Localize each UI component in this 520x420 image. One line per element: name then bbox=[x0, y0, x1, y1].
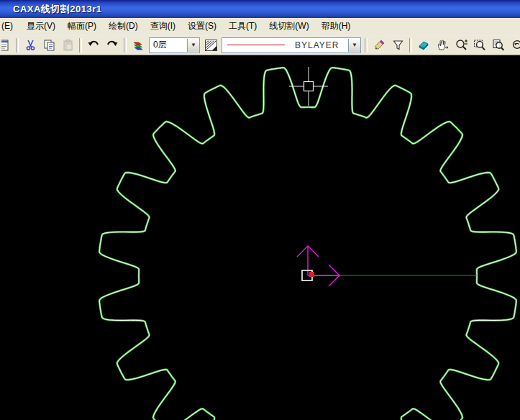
menu-item-edit-partial[interactable]: (E) bbox=[0, 19, 17, 32]
toolbar-separator bbox=[365, 38, 368, 52]
print-preview-button[interactable] bbox=[1, 37, 13, 54]
menu-item-wirecut[interactable]: 线切割(W) bbox=[265, 19, 313, 34]
scissors-icon bbox=[24, 39, 37, 51]
linetype-button[interactable] bbox=[202, 37, 219, 54]
dynamic-erase-button[interactable] bbox=[415, 37, 432, 54]
zoom-previous-button[interactable] bbox=[508, 37, 520, 54]
cut-button[interactable] bbox=[22, 37, 39, 54]
toolbar-separator bbox=[16, 38, 19, 52]
main-toolbar: 0层 ▼ BYLAYER ▼ bbox=[0, 35, 520, 55]
zoom-window-icon bbox=[473, 39, 486, 52]
erase-button[interactable] bbox=[370, 37, 388, 54]
app-window: CAXA线切割2013r1 (E) 显示(V) 幅面(P) 绘制(D) 查询(I… bbox=[0, 0, 520, 420]
redo-button[interactable] bbox=[104, 37, 121, 54]
origin-point-marker bbox=[309, 272, 314, 277]
toolbar-separator bbox=[409, 38, 412, 52]
gear-outline[interactable] bbox=[99, 68, 516, 420]
zoom-all-button[interactable] bbox=[490, 37, 507, 54]
menu-item-help[interactable]: 帮助(H) bbox=[317, 19, 355, 34]
pick-filter-button[interactable] bbox=[389, 37, 406, 54]
toolbar-separator bbox=[79, 38, 82, 52]
window-title: CAXA线切割2013r1 bbox=[0, 3, 102, 16]
linetype-icon bbox=[204, 39, 218, 52]
funnel-icon bbox=[392, 39, 404, 51]
pan-hand-icon bbox=[436, 39, 449, 51]
copy-icon bbox=[43, 39, 55, 51]
redo-icon bbox=[106, 40, 119, 51]
menu-item-paper[interactable]: 幅面(P) bbox=[63, 19, 101, 34]
layer-combobox-value: 0层 bbox=[150, 39, 187, 51]
dynamic-pan-button[interactable] bbox=[434, 37, 451, 54]
layers-button[interactable] bbox=[129, 37, 147, 54]
chevron-down-icon[interactable]: ▼ bbox=[348, 39, 360, 52]
layers-icon bbox=[132, 39, 145, 51]
crosshair-pickbox-icon bbox=[304, 82, 314, 91]
drawing-canvas[interactable] bbox=[0, 55, 520, 420]
menu-bar: (E) 显示(V) 幅面(P) 绘制(D) 查询(I) 设置(S) 工具(T) … bbox=[0, 18, 520, 35]
zoom-previous-icon bbox=[511, 39, 520, 52]
zoom-all-icon bbox=[492, 39, 505, 52]
title-bar[interactable]: CAXA线切割2013r1 bbox=[0, 0, 520, 18]
copy-button[interactable] bbox=[40, 37, 58, 54]
line-color-swatch bbox=[227, 45, 285, 45]
print-preview-icon bbox=[1, 39, 12, 52]
paste-button[interactable] bbox=[59, 37, 76, 54]
undo-button[interactable] bbox=[85, 37, 102, 54]
zoom-dynamic-icon bbox=[455, 39, 467, 52]
layer-combobox[interactable]: 0层 ▼ bbox=[149, 37, 200, 53]
chevron-down-icon[interactable]: ▼ bbox=[187, 39, 199, 52]
menu-item-query[interactable]: 查询(I) bbox=[146, 19, 180, 34]
menu-item-draw[interactable]: 绘制(D) bbox=[104, 19, 142, 34]
cad-view[interactable] bbox=[0, 55, 520, 420]
toolbar-separator bbox=[124, 38, 127, 52]
eraser-icon bbox=[417, 40, 430, 51]
dynamic-zoom-button[interactable] bbox=[452, 37, 470, 54]
linestyle-combobox-value: BYLAYER bbox=[285, 40, 348, 50]
pen-icon bbox=[373, 39, 386, 51]
menu-item-tools[interactable]: 工具(T) bbox=[224, 19, 261, 34]
paste-icon bbox=[62, 39, 74, 51]
gear-outline-highlight bbox=[99, 68, 516, 420]
undo-icon bbox=[87, 40, 100, 51]
menu-item-settings[interactable]: 设置(S) bbox=[183, 19, 221, 34]
menu-item-display[interactable]: 显示(V) bbox=[22, 19, 60, 34]
zoom-window-button[interactable] bbox=[471, 37, 488, 54]
linestyle-combobox[interactable]: BYLAYER ▼ bbox=[222, 37, 361, 53]
